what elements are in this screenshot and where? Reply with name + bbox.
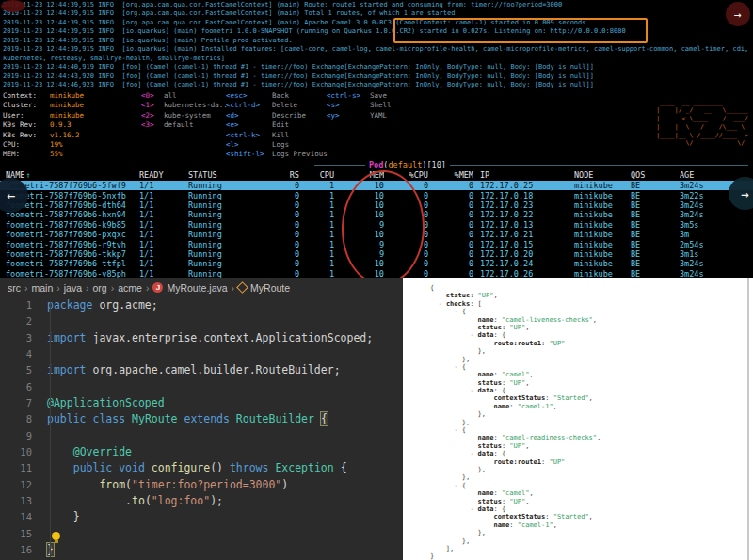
line-number: 13	[0, 493, 47, 509]
lightbulb-icon[interactable]	[52, 532, 60, 540]
namespace-hotkey[interactable]: <2>kube-system	[141, 111, 228, 120]
code-line: 12 from("timer:foo?period=3000")	[0, 477, 403, 493]
line-number: 14	[0, 509, 47, 525]
command-hotkey[interactable]: <ctrl-s>Save	[327, 91, 392, 101]
health-json-panel: { status: "UP", - checks: [ - { name: "c…	[403, 278, 753, 560]
hotkey-label: Describe	[272, 111, 306, 120]
indent-guide	[50, 301, 51, 557]
json-line: },	[430, 537, 745, 545]
column-header: QOS	[631, 170, 680, 180]
namespace-hotkey[interactable]: <1>kubernetes-da..	[141, 101, 228, 110]
code-area[interactable]: 1package org.acme;23import javax.enterpr…	[0, 297, 403, 560]
hotkey-key: <3>	[141, 120, 164, 130]
hotkey-key: <0>	[141, 91, 164, 101]
top-right-arrow-button[interactable]: →	[726, 2, 750, 26]
code-line: 9	[0, 428, 403, 444]
json-line: contextStatus: "Started",	[430, 394, 745, 402]
json-line: route:route1: "UP"	[430, 458, 745, 466]
pod-table-title: Pod(default)[10]	[0, 159, 753, 170]
hotkey-key: <ctrl-s>	[327, 91, 370, 101]
hotkey-label: Kill	[272, 131, 289, 139]
cluster-info-row: CPU:19%	[3, 140, 84, 150]
hotkey-label: Edit	[272, 120, 289, 129]
chevron-right-icon: ›	[24, 282, 28, 294]
line-number: 6	[0, 379, 47, 395]
breadcrumb-item[interactable]: org	[93, 282, 107, 294]
breadcrumb: src›main›java›org›acme›JMyRoute.java›MyR…	[0, 278, 403, 297]
sort-arrow-icon: ↑	[25, 170, 30, 180]
json-line: status: "UP",	[430, 498, 745, 505]
breadcrumb-item[interactable]: MyRoute.java	[167, 282, 227, 294]
namespace-hotkey[interactable]: <3>default	[141, 120, 228, 130]
json-line: name: "camel",	[430, 489, 745, 497]
resource-kind-label: Pod	[369, 160, 383, 169]
hotkey-label: YAML	[370, 111, 387, 120]
breadcrumb-item[interactable]: src	[8, 282, 21, 294]
breadcrumb-item[interactable]: MyRoute	[250, 282, 290, 294]
k9s-logo: ____ __.________ | |/ _/ __ \______ | < …	[656, 99, 748, 149]
json-line: status: "UP",	[430, 292, 745, 299]
cluster-info-row: Context:minikube	[3, 91, 84, 101]
namespace-hotkey[interactable]: <0>all	[141, 91, 228, 101]
command-hotkey[interactable]: <s>Shell	[327, 101, 392, 110]
info-label: Context:	[3, 91, 50, 101]
info-label: Cluster:	[3, 101, 50, 110]
chevron-right-icon: ›	[146, 282, 150, 294]
json-line: - {	[430, 426, 745, 434]
chevron-right-icon: ›	[86, 282, 89, 294]
json-line: - data: {	[430, 450, 745, 457]
info-value: minikube	[50, 111, 84, 120]
json-line: },	[430, 356, 745, 363]
json-line: - {	[430, 308, 745, 315]
line-number: 10	[0, 444, 47, 460]
code-editor[interactable]: src›main›java›org›acme›JMyRoute.java›MyR…	[0, 278, 403, 560]
info-label: CPU:	[3, 140, 50, 150]
command-hotkey[interactable]: <y>YAML	[327, 111, 392, 120]
json-line: status: "UP",	[430, 379, 745, 387]
json-line: status: "UP",	[430, 442, 745, 450]
chevron-right-icon: ›	[56, 282, 60, 294]
code-line: 14 }	[0, 509, 403, 525]
command-hotkey[interactable]: <d>Describe	[226, 111, 328, 120]
hotkey-label: all	[164, 91, 177, 100]
code-line: 6	[0, 379, 403, 395]
json-line: name: "camel-1",	[430, 521, 745, 529]
code-line: 10 @Override	[0, 444, 403, 460]
hotkey-label: Shell	[370, 101, 392, 109]
command-hotkey[interactable]: <l>Logs	[226, 140, 328, 150]
json-line: - data: {	[430, 331, 745, 339]
command-hotkey[interactable]: <ctrl-k>Kill	[226, 131, 328, 140]
json-line: - {	[430, 363, 745, 371]
line-number: 8	[0, 411, 47, 427]
hotkey-key: <s>	[327, 101, 370, 110]
code-line: 4	[0, 346, 403, 362]
command-hotkey[interactable]: <esc>Back	[226, 91, 328, 101]
cluster-info-row: User:minikube	[3, 111, 84, 120]
breadcrumb-item[interactable]: main	[32, 282, 54, 294]
hotkey-key: <y>	[327, 111, 370, 120]
log-line: 2019-11-23 12:44:46,923 INFO [foo] (Came…	[3, 81, 753, 89]
breadcrumb-item[interactable]: acme	[118, 282, 142, 294]
command-hotkey[interactable]: <ctrl-d>Delete	[226, 101, 328, 110]
hotkey-key: <esc>	[226, 91, 272, 101]
k9s-cluster-info: Context:minikubeCluster:minikubeUser:min…	[3, 91, 84, 160]
info-value: v1.16.2	[50, 131, 80, 139]
info-label: K9s Rev:	[3, 120, 50, 130]
command-hotkey[interactable]: <e>Edit	[226, 120, 328, 130]
json-line: contextStatus: "Started",	[430, 513, 745, 520]
hotkey-label: Logs	[272, 140, 289, 149]
breadcrumb-item[interactable]: java	[64, 282, 82, 294]
hotkey-key: <ctrl-d>	[226, 101, 272, 110]
info-value: 19%	[50, 140, 63, 149]
column-header: IP	[473, 170, 574, 180]
json-scrollbar[interactable]	[747, 278, 749, 560]
red-smudge-annotation	[1, 0, 25, 12]
log-line: 2019-11-23 12:44:40,919 INFO [foo] (Came…	[3, 63, 753, 72]
hotkey-label: Back	[272, 91, 289, 100]
json-line: name: "camel-1",	[430, 403, 745, 410]
java-file-icon: J	[152, 282, 163, 293]
terminal-log: 2019-11-23 12:44:39,915 INFO [org.apa.ca…	[3, 1, 753, 89]
json-content: { status: "UP", - checks: [ - { name: "c…	[430, 284, 745, 560]
class-icon	[236, 281, 248, 294]
code-line: 1package org.acme;	[0, 297, 403, 313]
